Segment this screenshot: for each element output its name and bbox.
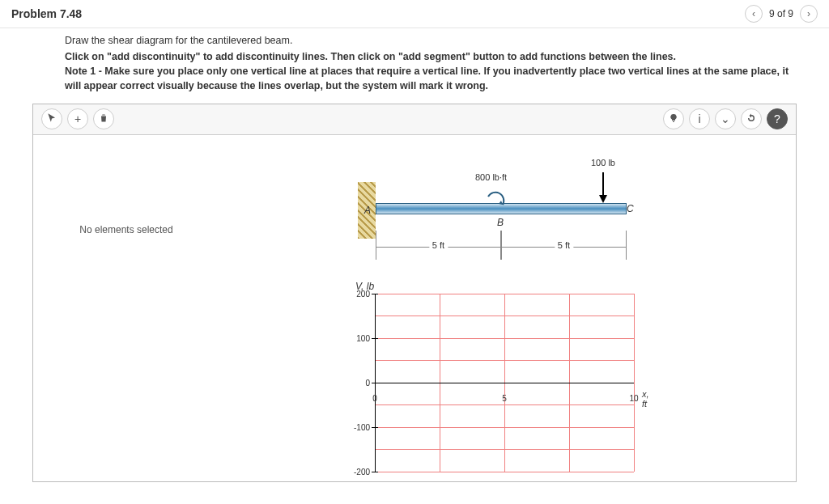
y-tick-neg200: -200 [346,467,370,476]
workspace-panel: + i ⌄ [32,104,797,482]
problem-title: Problem 7.48 [11,7,82,20]
toolbar: + i ⌄ [33,104,796,135]
delete-button[interactable] [93,108,114,129]
instructions: Draw the shear diagram for the cantileve… [0,28,829,99]
instruction-note-b: Note 1 - Make sure you place only one ve… [65,64,797,93]
reset-icon [746,112,756,125]
info-icon: i [698,112,700,125]
chevron-left-icon: ‹ [752,8,755,19]
dimension-1: 5 ft [376,239,501,256]
chevron-right-icon: › [807,8,810,19]
moment-arrow-icon [483,190,508,214]
canvas-area: No elements selected A B C 800 lb·ft 100… [33,135,796,481]
plus-icon: + [74,112,81,125]
info-button[interactable]: i [689,108,710,129]
instruction-prompt: Draw the shear diagram for the cantileve… [65,33,797,48]
x-axis-title: x, ft [642,389,649,409]
add-button[interactable]: + [67,108,88,129]
x-tick-0: 0 [372,394,377,403]
load-label: 100 lb [591,158,615,167]
point-label-b: B [497,217,504,228]
moment-label: 800 lb·ft [475,172,507,182]
lightbulb-icon [669,112,678,125]
y-tick-200: 200 [346,289,370,298]
load-arrow-icon [597,172,609,203]
selection-message: No elements selected [79,224,172,235]
beam-diagram: A B C 800 lb·ft 100 lb 5 ft 5 ft [358,158,657,279]
instruction-note-a: Click on "add discontinuity" to add disc… [65,49,797,64]
cursor-icon [46,112,57,126]
help-button[interactable]: ? [767,108,788,129]
x-tick-10: 10 [629,394,638,403]
x-axis [375,383,634,383]
prev-button[interactable]: ‹ [745,5,763,23]
nav-count: 9 of 9 [769,8,793,19]
dropdown-button[interactable]: ⌄ [715,108,736,129]
point-label-c: C [627,203,634,214]
shear-graph[interactable]: V, lb [346,282,670,476]
toolbar-left: + [41,108,114,129]
hint-button[interactable] [663,108,684,129]
question-icon: ? [774,112,780,125]
y-tick-100: 100 [346,333,370,342]
x-tick-5: 5 [502,394,507,403]
y-tick-0: 0 [346,378,370,387]
next-button[interactable]: › [800,5,818,23]
chevron-down-icon: ⌄ [721,112,730,125]
y-tick-neg100: -100 [346,422,370,431]
plot-area[interactable]: 200 100 0 -100 -200 0 5 10 x, ft [375,294,634,472]
graphic-area[interactable]: A B C 800 lb·ft 100 lb 5 ft 5 ft [219,135,796,481]
reset-button[interactable] [741,108,762,129]
pointer-tool-button[interactable] [41,108,62,129]
point-label-a: A [364,205,371,216]
page-header: Problem 7.48 ‹ 9 of 9 › [0,0,829,28]
dimension-2: 5 ft [501,239,627,256]
trash-icon [99,112,108,125]
header-nav: ‹ 9 of 9 › [745,5,818,23]
toolbar-right: i ⌄ ? [663,108,788,129]
selection-sidebar: No elements selected [33,135,219,481]
dimension-2-text: 5 ft [555,240,573,250]
dimension-1-text: 5 ft [429,240,448,250]
